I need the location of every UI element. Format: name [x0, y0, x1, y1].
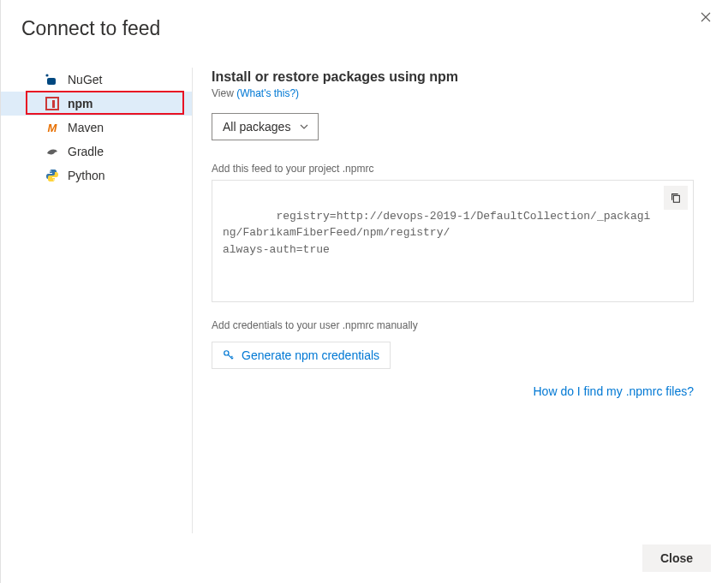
copy-button[interactable] [664, 186, 688, 210]
sidebar-item-label: NuGet [68, 73, 102, 86]
npmrc-code-block: registry=http://devops-2019-1/DefaultCol… [212, 180, 694, 302]
panel-body: NuGet npm M Maven Gradle [1, 52, 728, 533]
connect-to-feed-panel: Connect to feed NuGet npm M Maven [0, 0, 728, 583]
svg-point-5 [53, 179, 55, 181]
sidebar-item-python[interactable]: Python [1, 164, 192, 187]
view-line: View (What's this?) [212, 87, 694, 99]
svg-rect-3 [52, 100, 55, 108]
help-link-row: How do I find my .npmrc files? [212, 384, 694, 398]
sidebar-item-nuget[interactable]: NuGet [1, 68, 192, 92]
python-icon [45, 169, 59, 182]
sidebar-item-gradle[interactable]: Gradle [1, 140, 192, 164]
close-button[interactable]: Close [642, 544, 711, 572]
project-npmrc-label: Add this feed to your project .npmrc [212, 163, 694, 175]
gradle-icon [45, 145, 59, 158]
sidebar-item-label: Gradle [68, 145, 104, 158]
chevron-down-icon [299, 122, 309, 132]
svg-rect-0 [47, 78, 56, 85]
sidebar-item-label: npm [68, 97, 93, 110]
key-icon [223, 349, 235, 361]
sidebar: NuGet npm M Maven Gradle [1, 68, 193, 533]
panel-title: Connect to feed [21, 17, 160, 40]
main-content: Install or restore packages using npm Vi… [193, 68, 728, 533]
sidebar-item-maven[interactable]: M Maven [1, 116, 192, 140]
dropdown-label: All packages [223, 120, 290, 134]
sidebar-item-label: Maven [68, 121, 104, 134]
maven-icon: M [45, 121, 59, 134]
user-npmrc-label: Add credentials to your user .npmrc manu… [212, 319, 694, 331]
packages-dropdown[interactable]: All packages [212, 113, 319, 140]
npm-icon [45, 97, 59, 110]
find-npmrc-link[interactable]: How do I find my .npmrc files? [533, 384, 694, 398]
copy-icon [670, 192, 682, 204]
section-title: Install or restore packages using npm [212, 69, 694, 85]
generate-button-label: Generate npm credentials [242, 348, 379, 362]
svg-point-4 [50, 170, 51, 172]
generate-credentials-button[interactable]: Generate npm credentials [212, 342, 391, 369]
panel-footer: Close [1, 533, 728, 583]
x-icon [701, 12, 711, 22]
whats-this-link[interactable]: (What's this?) [236, 87, 299, 99]
svg-rect-6 [673, 195, 679, 202]
code-text: registry=http://devops-2019-1/DefaultCol… [223, 210, 650, 256]
sidebar-item-label: Python [68, 169, 105, 182]
view-label: View [212, 87, 234, 99]
panel-header: Connect to feed [1, 0, 728, 52]
close-icon[interactable] [695, 7, 716, 27]
sidebar-item-npm[interactable]: npm [1, 92, 192, 116]
svg-point-1 [45, 74, 48, 76]
nuget-icon [45, 73, 59, 86]
